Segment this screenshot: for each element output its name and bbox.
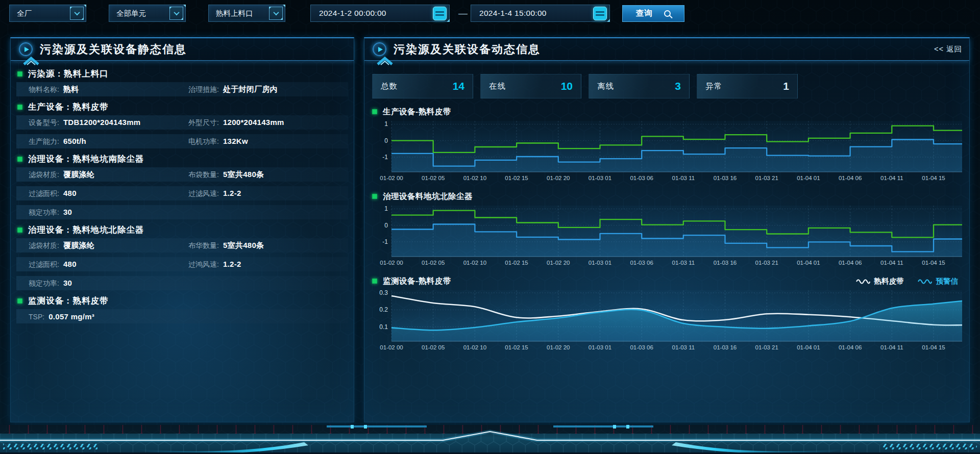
calendar-icon[interactable] xyxy=(433,7,447,20)
section-header: 监测设备：熟料皮带 xyxy=(17,295,348,307)
svg-text:01-02 20: 01-02 20 xyxy=(547,175,570,181)
svg-text:01-04 15: 01-04 15 xyxy=(922,260,945,266)
svg-text:0.1: 0.1 xyxy=(379,323,388,331)
field-value: 0.057 mg/m³ xyxy=(48,312,94,321)
info-row: 物料名称:熟料治理措施:处于封闭厂房内 xyxy=(16,82,348,96)
svg-text:1: 1 xyxy=(384,205,388,212)
legend-item[interactable]: 熟料皮带 xyxy=(855,276,904,286)
unit-select-value: 全部单元 xyxy=(116,9,169,18)
svg-text:01-04 06: 01-04 06 xyxy=(839,260,862,266)
dynamic-panel-header: 污染源及关联设备动态信息 << 返回 xyxy=(364,38,969,61)
play-icon xyxy=(19,42,33,56)
info-cell: 布袋数量:5室共480条 xyxy=(188,170,348,180)
date-to-input[interactable]: 2024-1-4 15:00:00 xyxy=(471,5,610,22)
svg-text:01-02 00: 01-02 00 xyxy=(380,260,403,266)
chart-legend: 熟料皮带预警信 xyxy=(855,276,959,286)
corner-bracket xyxy=(480,74,486,80)
stat-card: 在线 10 xyxy=(480,74,581,98)
field-label: 治理措施: xyxy=(188,85,219,94)
svg-text:01-04 11: 01-04 11 xyxy=(880,175,903,181)
source-select[interactable]: 熟料上料口 xyxy=(208,5,285,22)
plant-select[interactable]: 全厂 xyxy=(9,5,86,22)
svg-text:01-03 01: 01-03 01 xyxy=(589,260,611,266)
info-row: 额定功率:30 xyxy=(16,205,348,219)
info-row: 额定功率:30 xyxy=(16,276,348,290)
chart-block: 监测设备-熟料皮带 熟料皮带预警信 01-02 0001-02 0501-02 … xyxy=(372,275,964,352)
field-label: TSP: xyxy=(29,313,44,321)
field-label: 滤袋材质: xyxy=(29,241,59,250)
svg-text:01-03 21: 01-03 21 xyxy=(755,260,778,266)
info-row: 滤袋材质:覆膜涤纶布袋数量:5室共480条 xyxy=(16,167,348,182)
field-value: 覆膜涤纶 xyxy=(63,170,94,180)
chevron-down-icon[interactable] xyxy=(70,7,84,20)
info-cell: 额定功率:30 xyxy=(29,279,188,288)
section-title: 治理设备：熟料地坑南除尘器 xyxy=(28,154,144,165)
field-value: 5室共480条 xyxy=(223,170,264,180)
unit-select[interactable]: 全部单元 xyxy=(109,5,186,22)
field-label: 过滤面积: xyxy=(29,189,59,198)
svg-text:01-03 01: 01-03 01 xyxy=(589,175,611,181)
field-value: 30 xyxy=(63,279,72,287)
field-label: 外型尺寸: xyxy=(188,118,219,128)
bullet-icon xyxy=(372,194,377,199)
svg-text:01-02 05: 01-02 05 xyxy=(422,344,445,350)
svg-text:01-03 01: 01-03 01 xyxy=(589,344,611,350)
field-label: 生产能力: xyxy=(29,137,59,146)
date-range-separator: — xyxy=(458,8,468,19)
chevron-down-icon[interactable] xyxy=(269,7,283,20)
dynamic-panel-title: 污染源及关联设备动态信息 xyxy=(394,42,541,57)
svg-text:01-03 16: 01-03 16 xyxy=(714,175,737,181)
corner-bracket xyxy=(684,93,690,98)
svg-text:01-03 16: 01-03 16 xyxy=(714,260,737,266)
field-value: 480 xyxy=(63,189,77,197)
field-label: 额定功率: xyxy=(29,208,59,217)
corner-bracket xyxy=(576,74,581,80)
corner-bracket xyxy=(792,74,798,80)
corner-bracket xyxy=(480,93,486,98)
date-from-input[interactable]: 2024-1-2 00:00:00 xyxy=(310,5,450,22)
chart-block: 治理设备料地坑北除尘器 01-02 0001-02 0501-02 1001-0… xyxy=(372,190,964,268)
svg-text:0.2: 0.2 xyxy=(379,306,388,313)
svg-text:01-03 06: 01-03 06 xyxy=(630,175,653,181)
field-label: 电机功率: xyxy=(188,137,219,146)
chart-title: 监测设备-熟料皮带 xyxy=(383,276,451,287)
query-button[interactable]: 查询 xyxy=(622,5,684,22)
corner-bracket xyxy=(589,74,594,80)
stat-label: 异常 xyxy=(705,81,722,92)
svg-text:01-02 05: 01-02 05 xyxy=(422,260,445,266)
svg-text:01-03 21: 01-03 21 xyxy=(755,175,778,181)
chevron-down-icon[interactable] xyxy=(169,7,183,20)
info-cell: 过鸿风速:1.2-2 xyxy=(188,260,348,269)
section-title: 监测设备：熟料皮带 xyxy=(28,295,109,307)
svg-text:01-02 00: 01-02 00 xyxy=(380,175,403,181)
bullet-icon xyxy=(17,157,22,162)
svg-text:01-03 06: 01-03 06 xyxy=(630,344,653,350)
back-button[interactable]: << 返回 xyxy=(934,44,962,54)
stat-card: 异常 1 xyxy=(697,74,798,98)
field-value: 5室共480条 xyxy=(223,241,264,250)
calendar-icon[interactable] xyxy=(593,7,607,20)
field-value: 132Kw xyxy=(223,137,248,145)
info-row: TSP:0.057 mg/m³ xyxy=(16,309,348,323)
bottom-decoration xyxy=(0,425,980,454)
legend-item[interactable]: 预警信 xyxy=(917,276,959,286)
section-header: 生产设备：熟料皮带 xyxy=(17,101,348,113)
svg-text:0: 0 xyxy=(384,137,388,144)
section-header: 治理设备：熟料地坑南除尘器 xyxy=(17,153,348,165)
query-label: 查询 xyxy=(636,8,653,19)
section-header: 治理设备：熟料地坑北除尘器 xyxy=(17,224,348,236)
info-cell: 外型尺寸:1200*204143mm xyxy=(188,118,348,128)
svg-text:01-02 15: 01-02 15 xyxy=(505,175,528,181)
svg-text:01-02 10: 01-02 10 xyxy=(463,260,486,266)
field-value: 1.2-2 xyxy=(223,189,241,197)
section-header: 污染源：熟料上料口 xyxy=(17,68,348,80)
svg-text:01-03 11: 01-03 11 xyxy=(672,260,695,266)
stat-value: 10 xyxy=(561,80,573,92)
bullet-icon xyxy=(17,298,22,304)
info-row: 过滤面积:480过滤风速:1.2-2 xyxy=(16,186,348,200)
date-to-value: 2024-1-4 15:00:00 xyxy=(479,9,593,18)
field-value: 480 xyxy=(63,260,77,268)
topbar: 全厂 全部单元 熟料上料口 2024-1-2 00:00:00 — 2024-1… xyxy=(9,5,684,22)
field-label: 物料名称: xyxy=(29,85,59,94)
chart-header: 生产设备-熟料皮带 xyxy=(372,106,964,118)
